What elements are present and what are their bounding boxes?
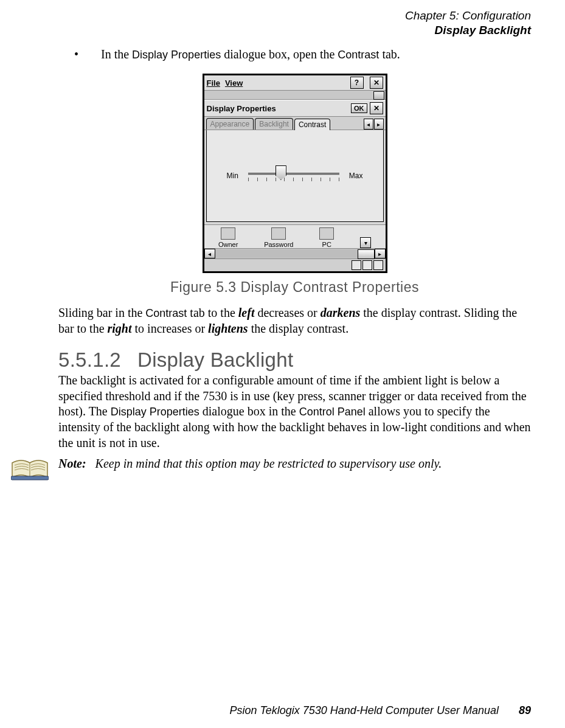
statusbar — [204, 258, 386, 271]
status-icon — [362, 260, 372, 270]
tab-scroll-right[interactable]: ▸ — [374, 119, 384, 130]
horizontal-scrollbar[interactable]: ◂ ▸ — [204, 248, 386, 258]
ui-term-control-panel: Control Panel — [299, 406, 366, 418]
note-label: Note: — [58, 457, 86, 470]
menu-file[interactable]: File — [207, 78, 220, 88]
paragraph-sliding: Sliding bar in the Contrast tab to the l… — [58, 305, 531, 336]
section-number: 5.5.1.2 — [58, 348, 137, 372]
tab-scroll-left[interactable]: ◂ — [364, 119, 373, 130]
screenshot-window: File View ? ✕ Display Properties OK ✕ Ap… — [203, 74, 387, 273]
page-footer: Psion Teklogix 7530 Hand-Held Computer U… — [229, 704, 531, 717]
page-header: Chapter 5: Configuration Display Backlig… — [405, 9, 531, 38]
control-panel-icons: Owner Password PC ▾ — [204, 224, 386, 248]
figure-caption: Figure 5.3 Display Contrast Properties — [58, 279, 531, 296]
status-icon — [373, 260, 383, 270]
scroll-down-button[interactable]: ▾ — [360, 237, 371, 248]
note-text: Keep in mind that this option may be res… — [95, 457, 442, 470]
status-icon — [352, 260, 361, 270]
dialog-close-button[interactable]: ✕ — [370, 102, 383, 114]
bullet-marker: • — [74, 47, 101, 61]
ok-button[interactable]: OK — [351, 103, 367, 113]
footer-book-title: Psion Teklogix 7530 Hand-Held Computer U… — [229, 704, 499, 716]
note-block: Note: Keep in mind that this option may … — [11, 457, 531, 482]
scroll-left-button[interactable]: ◂ — [204, 249, 215, 258]
scrollbar-track[interactable] — [215, 249, 375, 258]
section-title: Display Backlight — [137, 348, 293, 371]
ui-term-contrast: Contrast — [338, 49, 379, 61]
tab-appearance[interactable]: Appearance — [206, 118, 254, 130]
svg-rect-0 — [11, 476, 49, 480]
header-line2: Display Backlight — [405, 23, 531, 38]
contrast-slider[interactable] — [248, 167, 339, 185]
lock-icon — [271, 227, 286, 240]
header-line1: Chapter 5: Configuration — [405, 9, 531, 23]
icon-pc[interactable]: PC — [319, 227, 334, 248]
pc-icon — [319, 227, 334, 240]
menu-view[interactable]: View — [225, 78, 243, 88]
help-button[interactable]: ? — [350, 77, 364, 89]
icon-owner[interactable]: Owner — [218, 227, 238, 248]
dialog-titlebar: Display Properties OK ✕ — [204, 100, 386, 117]
bullet-text: In the Display Properties dialogue box, … — [101, 47, 531, 61]
ui-term-display-properties: Display Properties — [111, 406, 199, 418]
book-icon — [11, 457, 49, 482]
icon-password[interactable]: Password — [264, 227, 293, 248]
ui-term-display-properties: Display Properties — [132, 49, 221, 61]
page-number: 89 — [519, 704, 531, 716]
ui-term-contrast: Contrast — [145, 307, 187, 319]
person-icon — [221, 227, 235, 240]
paragraph-backlight: The backlight is activated for a configu… — [58, 373, 531, 451]
section-heading: 5.5.1.2Display Backlight — [58, 348, 531, 372]
contrast-pane: Min Max — [206, 130, 384, 222]
tab-contrast[interactable]: Contrast — [294, 119, 330, 130]
scrollbar-thumb[interactable] — [358, 249, 375, 259]
max-label: Max — [349, 172, 363, 180]
menubar: File View ? ✕ — [204, 75, 386, 91]
scroll-right-button[interactable]: ▸ — [375, 249, 386, 258]
close-button[interactable]: ✕ — [370, 77, 383, 89]
toolbar-strip — [204, 91, 386, 100]
bullet-item: • In the Display Properties dialogue box… — [74, 47, 531, 61]
dialog-title: Display Properties — [207, 104, 276, 113]
min-label: Min — [226, 172, 238, 180]
tab-backlight[interactable]: Backlight — [255, 118, 293, 130]
tabbar: Appearance Backlight Contrast ◂ ▸ — [204, 117, 386, 130]
